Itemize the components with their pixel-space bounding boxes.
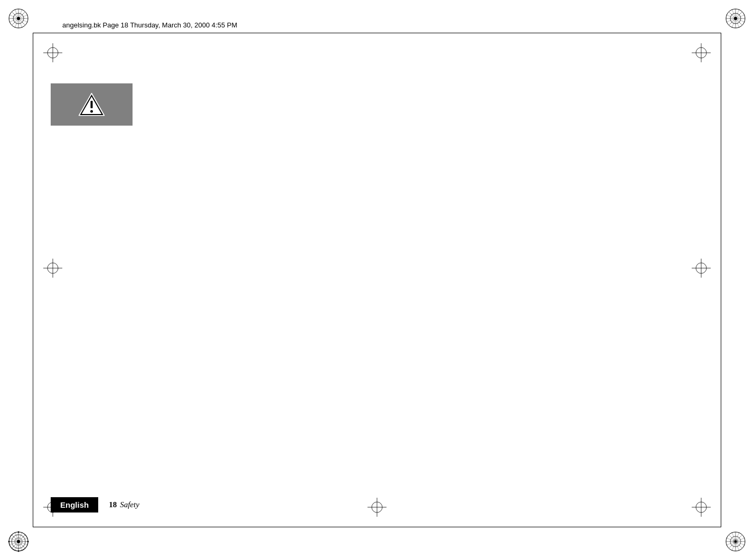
warning-triangle-icon [77, 90, 106, 119]
svg-point-74 [90, 110, 93, 112]
reg-mark-bc [367, 498, 387, 517]
svg-rect-73 [91, 101, 93, 108]
corner-rosette-bl [7, 530, 30, 553]
reg-mark-br [692, 498, 711, 517]
border-bottom [33, 527, 721, 527]
svg-point-35 [18, 550, 20, 552]
reg-mark-mr [692, 259, 711, 278]
svg-point-33 [17, 540, 20, 543]
svg-point-21 [734, 17, 737, 20]
corner-rosette-tl [7, 7, 30, 30]
reg-mark-tl [43, 43, 62, 62]
file-header: angelsing.bk Page 18 Thursday, March 30,… [62, 21, 237, 29]
page-info: 18 Safety [109, 500, 139, 509]
corner-rosette-tr [724, 7, 747, 30]
svg-point-10 [17, 17, 20, 20]
svg-point-34 [18, 531, 20, 533]
border-right [721, 33, 721, 527]
corner-rosette-br [724, 530, 747, 553]
svg-point-49 [734, 540, 737, 543]
svg-point-37 [27, 541, 29, 543]
svg-point-36 [8, 541, 10, 543]
language-badge: English [51, 497, 98, 512]
page-number: 18 [109, 500, 117, 509]
warning-box [51, 83, 133, 126]
footer-bar: English 18 Safety [51, 497, 139, 512]
page-section: Safety [120, 500, 139, 509]
reg-mark-ml [43, 259, 62, 278]
reg-mark-tr [692, 43, 711, 62]
border-top [33, 33, 721, 33]
border-left [33, 33, 33, 527]
